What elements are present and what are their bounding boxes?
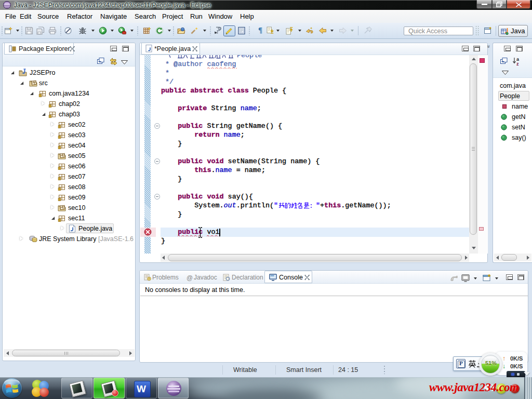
svg-text:z: z xyxy=(516,61,519,66)
